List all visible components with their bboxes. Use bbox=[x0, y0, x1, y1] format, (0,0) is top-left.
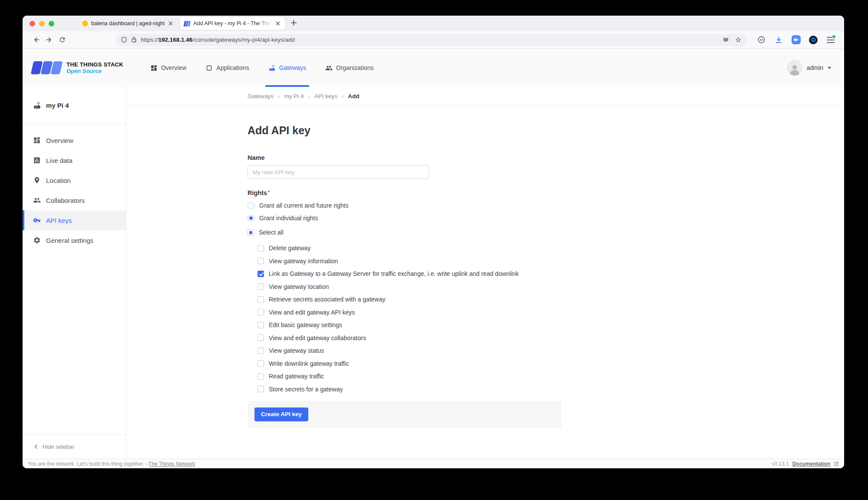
dashboard-icon bbox=[33, 136, 41, 144]
sidebar-item-general-settings[interactable]: General settings bbox=[23, 230, 126, 250]
main-nav: Overview Applications Gateways Organizat… bbox=[150, 49, 374, 87]
create-api-key-button[interactable]: Create API key bbox=[254, 407, 308, 421]
checkbox-icon[interactable] bbox=[257, 334, 264, 341]
dashboard-icon bbox=[150, 64, 158, 72]
camera-extension-icon bbox=[792, 35, 801, 44]
user-menu[interactable]: admin bbox=[787, 60, 844, 76]
things-stack-tab-icon bbox=[184, 21, 190, 26]
external-link-icon bbox=[834, 461, 839, 467]
tab-bar: balena dashboard | aged-night Add API ke… bbox=[23, 16, 844, 31]
zoom-window-button[interactable] bbox=[49, 21, 54, 26]
app-menu-button[interactable] bbox=[826, 35, 835, 45]
things-stack-logo[interactable]: THE THINGS STACK Open Source bbox=[23, 61, 123, 74]
hide-sidebar-button[interactable]: Hide sidebar bbox=[23, 434, 126, 459]
chart-icon bbox=[33, 156, 41, 164]
logo-title: THE THINGS STACK bbox=[66, 61, 123, 68]
right-checkbox-row[interactable]: Delete gateway bbox=[257, 245, 827, 252]
right-checkbox-row[interactable]: View gateway information bbox=[257, 258, 827, 265]
radio-icon[interactable] bbox=[248, 215, 254, 222]
back-button[interactable] bbox=[30, 34, 43, 46]
window-controls bbox=[23, 21, 60, 26]
checkbox-icon[interactable] bbox=[257, 283, 264, 290]
right-checkbox-row[interactable]: Retrieve secrets associated with a gatew… bbox=[257, 296, 827, 303]
select-all-checkbox-row[interactable]: Select all bbox=[248, 229, 827, 236]
checkbox-icon[interactable] bbox=[248, 229, 254, 236]
minimize-window-button[interactable] bbox=[39, 21, 45, 26]
extension-icon bbox=[809, 36, 818, 44]
people-icon bbox=[325, 64, 333, 72]
right-checkbox-row[interactable]: Store secrets for a gateway bbox=[257, 386, 827, 393]
close-tab-icon[interactable] bbox=[275, 20, 281, 26]
checkbox-icon[interactable] bbox=[257, 258, 264, 264]
breadcrumb-gateways[interactable]: Gateways bbox=[248, 93, 274, 99]
nav-item-overview[interactable]: Overview bbox=[150, 49, 186, 87]
right-checkbox-row[interactable]: Link as Gateway to a Gateway Server for … bbox=[257, 270, 827, 277]
right-checkbox-row[interactable]: View gateway location bbox=[257, 283, 827, 290]
toolbar-extensions bbox=[756, 35, 837, 45]
bookmark-star-icon[interactable] bbox=[735, 36, 742, 43]
url-text: https://192.168.1.46/console/gateways/my… bbox=[141, 36, 719, 43]
checkbox-icon[interactable] bbox=[257, 271, 264, 277]
right-checkbox-row[interactable]: Read gateway traffic bbox=[257, 373, 827, 380]
radio-grant-all-rights[interactable]: Grant all current and future rights bbox=[248, 202, 827, 209]
right-checkbox-row[interactable]: View and edit gateway collaborators bbox=[257, 334, 827, 341]
entity-name: my Pi 4 bbox=[46, 102, 69, 109]
sidebar-nav: Overview Live data Location Collaborator… bbox=[23, 130, 126, 250]
documentation-link[interactable]: Documentation bbox=[792, 461, 830, 467]
nav-item-organizations[interactable]: Organizations bbox=[325, 49, 373, 87]
breadcrumb-my-pi-4[interactable]: my Pi 4 bbox=[284, 93, 304, 99]
pocket-icon bbox=[757, 36, 766, 44]
checkbox-icon[interactable] bbox=[257, 360, 264, 367]
sidebar-item-location[interactable]: Location bbox=[23, 170, 126, 190]
right-checkbox-row[interactable]: View and edit gateway API keys bbox=[257, 309, 827, 316]
checkbox-icon[interactable] bbox=[257, 245, 264, 252]
camera-extension-button[interactable] bbox=[791, 35, 801, 45]
logo-panes-icon bbox=[32, 61, 61, 74]
footer-tagline: You are the network. Let's build this th… bbox=[28, 461, 149, 467]
name-label: Name bbox=[248, 154, 827, 161]
nav-item-gateways[interactable]: Gateways bbox=[268, 49, 306, 87]
sidebar-item-collaborators[interactable]: Collaborators bbox=[23, 190, 126, 210]
extension-button[interactable] bbox=[809, 35, 818, 45]
tab-add-api-key[interactable]: Add API key - my Pi 4 - The Thin bbox=[180, 17, 285, 30]
sidebar-item-overview[interactable]: Overview bbox=[23, 130, 126, 150]
nav-item-applications[interactable]: Applications bbox=[205, 49, 249, 87]
breadcrumb-api-keys[interactable]: API keys bbox=[314, 93, 337, 99]
url-bar[interactable]: https://192.168.1.46/console/gateways/my… bbox=[116, 34, 746, 46]
tracking-shield-icon[interactable] bbox=[121, 36, 127, 43]
close-tab-icon[interactable] bbox=[168, 20, 174, 26]
forward-button[interactable] bbox=[43, 34, 56, 46]
tab-title: Add API key - my Pi 4 - The Thin bbox=[193, 20, 272, 26]
lock-warning-icon[interactable] bbox=[131, 36, 137, 43]
close-window-button[interactable] bbox=[30, 21, 35, 26]
breadcrumb-add: Add bbox=[348, 93, 359, 99]
tab-balena-dashboard[interactable]: balena dashboard | aged-night bbox=[78, 17, 178, 30]
sidebar-item-live-data[interactable]: Live data bbox=[23, 150, 126, 170]
name-input[interactable] bbox=[248, 165, 429, 179]
tab-title: balena dashboard | aged-night bbox=[91, 20, 165, 26]
checkbox-icon[interactable] bbox=[257, 386, 264, 392]
right-checkbox-row[interactable]: Write downlink gateway traffic bbox=[257, 360, 827, 367]
browser-window: balena dashboard | aged-night Add API ke… bbox=[23, 16, 844, 468]
new-tab-button[interactable] bbox=[290, 20, 297, 28]
screenshare-icon[interactable] bbox=[723, 36, 729, 43]
radio-icon[interactable] bbox=[248, 202, 254, 209]
logo-subtitle: Open Source bbox=[66, 68, 123, 74]
checkbox-icon[interactable] bbox=[257, 309, 264, 315]
radio-grant-individual-rights[interactable]: Grant individual rights bbox=[248, 215, 827, 222]
main-content: Gateways › my Pi 4 › API keys › Add Add … bbox=[126, 87, 844, 459]
reload-button[interactable] bbox=[56, 34, 69, 46]
right-checkbox-row[interactable]: View gateway status bbox=[257, 347, 827, 354]
sidebar-item-api-keys[interactable]: API keys bbox=[23, 210, 126, 230]
right-checkbox-row[interactable]: Edit basic gateway settings bbox=[257, 321, 827, 328]
checkbox-icon[interactable] bbox=[257, 322, 264, 328]
rights-list: Delete gateway View gateway information … bbox=[257, 245, 827, 393]
things-network-link[interactable]: The Things Network bbox=[149, 461, 195, 467]
chevron-left-icon bbox=[34, 444, 39, 449]
pocket-button[interactable] bbox=[756, 35, 766, 45]
required-marker: * bbox=[268, 189, 270, 195]
checkbox-icon[interactable] bbox=[257, 296, 264, 303]
checkbox-icon[interactable] bbox=[257, 373, 264, 380]
downloads-button[interactable] bbox=[774, 35, 783, 45]
checkbox-icon[interactable] bbox=[257, 348, 264, 354]
